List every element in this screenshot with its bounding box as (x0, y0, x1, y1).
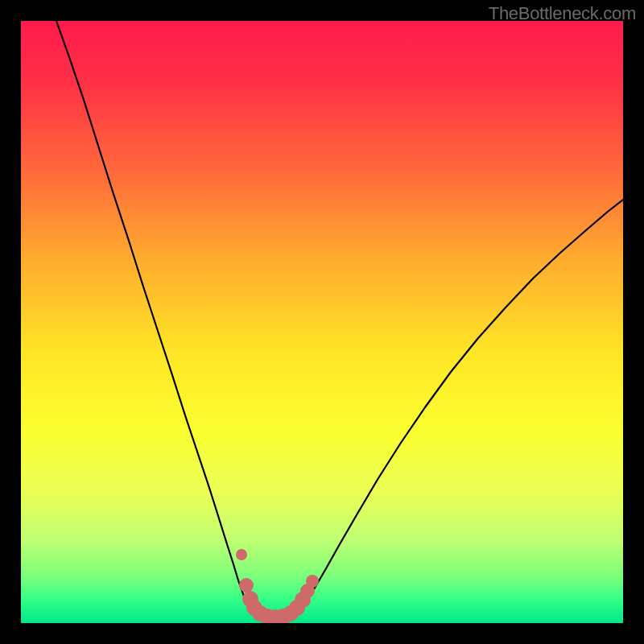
marker-dot (306, 575, 319, 588)
gradient-background (21, 21, 623, 623)
plot-area (21, 21, 623, 623)
chart-svg (21, 21, 623, 623)
chart-frame: TheBottleneck.com (0, 0, 644, 644)
watermark-text: TheBottleneck.com (489, 3, 636, 24)
marker-dot (239, 578, 254, 592)
marker-dot (236, 549, 247, 560)
